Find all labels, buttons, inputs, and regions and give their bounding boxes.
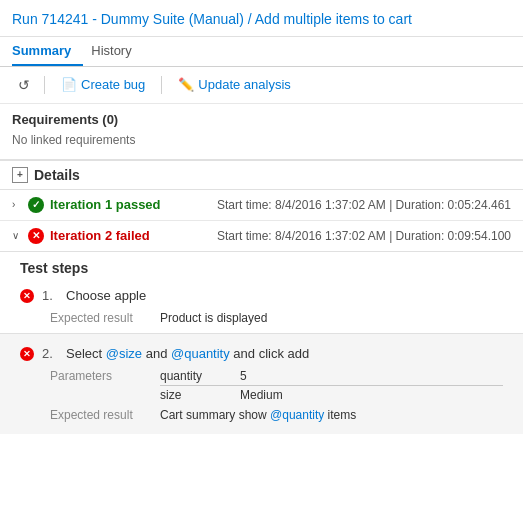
param-size-value: Medium [240,388,283,402]
step-2-action-suffix: and click add [230,346,310,361]
params-label: Parameters [50,369,160,404]
step-1-fail-icon: ✕ [20,289,34,303]
refresh-icon[interactable]: ↺ [12,73,36,97]
tab-bar: Summary History [0,37,523,67]
step-2-expected-row: Expected result Cart summary show @quant… [50,408,503,422]
test-steps-section: Test steps ✕ 1. Choose apple Expected re… [0,251,523,333]
page-title-text: Run 714241 - Dummy Suite (Manual) / Add … [12,11,412,27]
bug-icon: 📄 [61,77,77,92]
iteration-1-meta: Start time: 8/4/2016 1:37:02 AM | Durati… [217,198,511,212]
param-quantity-value: 5 [240,369,247,383]
step-1-expected-value: Product is displayed [160,311,267,325]
tab-summary[interactable]: Summary [12,37,83,66]
details-expand-icon[interactable]: + [12,167,28,183]
iteration-1-row[interactable]: › ✓ Iteration 1 passed Start time: 8/4/2… [0,190,523,221]
step-2-fail-icon: ✕ [20,347,34,361]
step-1-row: ✕ 1. Choose apple [20,284,503,307]
create-bug-label: Create bug [81,77,145,92]
step-2-action-middle: and [142,346,171,361]
iteration-2-row[interactable]: ∨ ✕ Iteration 2 failed Start time: 8/4/2… [0,221,523,251]
param-quantity-name: quantity [160,369,240,383]
no-linked-requirements: No linked requirements [12,131,511,153]
iteration-1-chevron[interactable]: › [12,199,22,210]
requirements-section: Requirements (0) No linked requirements [0,104,523,160]
page-title: Run 714241 - Dummy Suite (Manual) / Add … [0,0,523,37]
step-2-param2: @quantity [171,346,230,361]
step-2-expected-value: Cart summary show @quantity items [160,408,356,422]
step-2-row: ✕ 2. Select @size and @quantity and clic… [20,342,503,365]
step-2-expected-label: Expected result [50,408,160,422]
iteration-2-status-icon: ✕ [28,228,44,244]
test-steps-title: Test steps [20,260,503,276]
iteration-2-meta: Start time: 8/4/2016 1:37:02 AM | Durati… [217,229,511,243]
create-bug-button[interactable]: 📄 Create bug [53,73,153,96]
step-1-action: Choose apple [66,288,146,303]
tab-history[interactable]: History [91,37,143,66]
iteration-2-name: Iteration 2 failed [50,228,211,243]
iteration-1-status-icon: ✓ [28,197,44,213]
step-2-section: ✕ 2. Select @size and @quantity and clic… [0,333,523,434]
update-analysis-button[interactable]: ✏️ Update analysis [170,73,299,96]
param-size-name: size [160,388,240,402]
params-table-container: quantity 5 size Medium [160,369,503,404]
toolbar-divider2 [161,76,162,94]
iteration-2-chevron[interactable]: ∨ [12,230,22,241]
step-2-action-prefix: Select [66,346,106,361]
iteration-1-name: Iteration 1 passed [50,197,211,212]
step-2-params-row: Parameters quantity 5 size Medium [50,369,503,404]
step-2-num: 2. [42,346,58,361]
step-1-expected-label: Expected result [50,311,160,325]
details-label: Details [34,167,80,183]
step-1-expected-row: Expected result Product is displayed [50,311,503,325]
details-header[interactable]: + Details [0,160,523,190]
toolbar: ↺ 📄 Create bug ✏️ Update analysis [0,67,523,104]
update-analysis-label: Update analysis [198,77,291,92]
requirements-title: Requirements (0) [12,112,511,127]
param-size-row: size Medium [160,388,503,404]
toolbar-divider [44,76,45,94]
pencil-icon: ✏️ [178,77,194,92]
step-2-param1: @size [106,346,142,361]
step-2-action: Select @size and @quantity and click add [66,346,309,361]
param-quantity-row: quantity 5 [160,369,503,386]
step-1-num: 1. [42,288,58,303]
